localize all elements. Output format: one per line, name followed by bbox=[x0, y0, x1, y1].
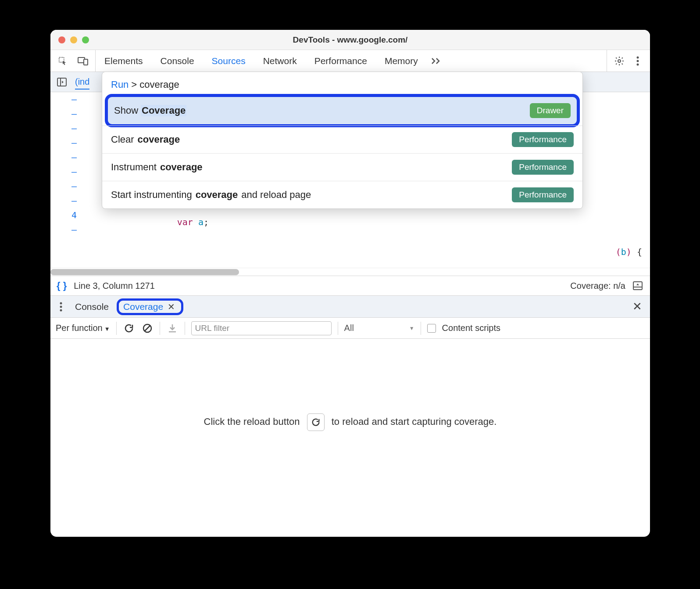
empty-text-pre: Click the reload button bbox=[204, 416, 300, 427]
separator bbox=[338, 322, 338, 335]
command-item-instrument-coverage[interactable]: Instrument coverage Performance bbox=[102, 153, 582, 181]
clear-icon[interactable] bbox=[141, 322, 154, 334]
content-scripts-checkbox[interactable] bbox=[427, 324, 436, 333]
url-filter-input[interactable]: URL filter bbox=[191, 321, 332, 335]
svg-point-6 bbox=[637, 63, 639, 65]
drawer-tab-coverage[interactable]: Coverage ✕ bbox=[117, 298, 183, 315]
command-list: Show Coverage Drawer Clear coverage Perf… bbox=[102, 94, 582, 208]
gutter-line-number: 4 bbox=[50, 208, 77, 223]
main-tabbar: Elements Console Sources Network Perform… bbox=[50, 50, 650, 72]
command-badge: Performance bbox=[512, 160, 574, 175]
command-badge: Performance bbox=[512, 187, 574, 202]
open-file-tab[interactable]: (ind bbox=[75, 77, 89, 90]
coverage-toolbar: Per function URL filter All ▼ Content sc… bbox=[50, 318, 650, 339]
drawer-tabbar: Console Coverage ✕ ✕ bbox=[50, 296, 650, 318]
command-query-prefix: > bbox=[131, 79, 137, 90]
tab-memory[interactable]: Memory bbox=[376, 50, 427, 72]
separator bbox=[160, 322, 160, 335]
svg-point-11 bbox=[60, 302, 62, 304]
gutter-fold: – bbox=[50, 223, 77, 237]
window-titlebar: DevTools - www.google.com/ bbox=[50, 30, 650, 50]
settings-gear-icon[interactable] bbox=[613, 55, 625, 67]
inspect-tools bbox=[50, 50, 96, 72]
drawer-tab-coverage-label: Coverage bbox=[123, 302, 163, 312]
command-query-input[interactable]: coverage bbox=[139, 79, 179, 90]
command-item-show-coverage[interactable]: Show Coverage Drawer bbox=[105, 94, 580, 127]
sidebar-toggle-icon[interactable] bbox=[632, 280, 644, 292]
tabs-overflow-button[interactable] bbox=[427, 57, 446, 65]
drawer-tab-console[interactable]: Console bbox=[71, 300, 112, 314]
window-zoom-button[interactable] bbox=[82, 36, 89, 43]
cmd-text-match: coverage bbox=[159, 162, 204, 173]
gutter-fold: – bbox=[50, 150, 77, 165]
editor-gutter: – – – – – – – – 4 – bbox=[50, 92, 82, 268]
gutter-fold: – bbox=[50, 179, 77, 194]
content-scripts-label: Content scripts bbox=[442, 323, 500, 333]
url-filter-placeholder: URL filter bbox=[195, 323, 229, 333]
tab-console[interactable]: Console bbox=[152, 50, 203, 72]
reload-icon[interactable] bbox=[123, 322, 135, 334]
code-keyword: var bbox=[177, 217, 193, 227]
gutter-fold: – bbox=[50, 107, 77, 121]
devtools-window: DevTools - www.google.com/ Elements Cons… bbox=[50, 30, 650, 537]
command-badge: Performance bbox=[512, 132, 574, 147]
command-badge: Drawer bbox=[530, 103, 571, 118]
navigator-toggle-icon[interactable] bbox=[56, 76, 68, 88]
separator bbox=[185, 322, 185, 335]
editor-status-bar: { } Line 3, Column 1271 Coverage: n/a bbox=[50, 276, 650, 296]
tab-elements[interactable]: Elements bbox=[96, 50, 152, 72]
tab-sources[interactable]: Sources bbox=[203, 50, 254, 72]
cmd-text-before: Start instrumenting bbox=[111, 189, 192, 201]
command-menu-header: Run >coverage bbox=[102, 72, 582, 96]
cmd-text-match: Coverage bbox=[141, 105, 186, 116]
svg-rect-2 bbox=[84, 59, 88, 65]
command-item-start-instrumenting[interactable]: Start instrumenting coverage and reload … bbox=[102, 181, 582, 208]
svg-line-15 bbox=[145, 326, 150, 331]
svg-rect-9 bbox=[633, 282, 642, 290]
separator bbox=[116, 322, 117, 335]
gutter-fold: – bbox=[50, 121, 77, 136]
empty-text-post: to reload and start capturing coverage. bbox=[332, 416, 497, 427]
reload-button-inline[interactable] bbox=[307, 413, 325, 431]
tab-network[interactable]: Network bbox=[254, 50, 306, 72]
drawer-kebab-icon[interactable] bbox=[55, 301, 67, 313]
svg-point-12 bbox=[60, 305, 62, 308]
cmd-text-before: Clear bbox=[111, 134, 134, 145]
svg-point-13 bbox=[60, 309, 62, 311]
close-icon[interactable]: ✕ bbox=[166, 302, 177, 312]
window-title: DevTools - www.google.com/ bbox=[50, 35, 650, 45]
cmd-text-match: coverage bbox=[137, 134, 181, 145]
command-menu: Run >coverage Show Coverage Drawer Clear… bbox=[102, 72, 583, 209]
inspect-element-icon[interactable] bbox=[57, 55, 69, 67]
coverage-empty-state: Click the reload button to reload and st… bbox=[50, 339, 650, 537]
cmd-text-after: and reload page bbox=[241, 189, 311, 201]
svg-point-3 bbox=[618, 60, 621, 62]
cmd-text-before: Instrument bbox=[111, 162, 157, 173]
horizontal-scrollbar[interactable] bbox=[50, 268, 650, 276]
gutter-fold: – bbox=[50, 194, 77, 208]
code-fragment: (b) { bbox=[616, 247, 642, 257]
device-toggle-icon[interactable] bbox=[77, 55, 89, 67]
separator bbox=[421, 322, 421, 335]
scrollbar-thumb[interactable] bbox=[50, 269, 239, 275]
tab-performance[interactable]: Performance bbox=[306, 50, 376, 72]
export-icon[interactable] bbox=[166, 322, 179, 334]
code-tail: ; bbox=[204, 217, 209, 227]
window-minimize-button[interactable] bbox=[70, 36, 77, 43]
window-close-button[interactable] bbox=[58, 36, 65, 43]
command-run-label: Run bbox=[111, 79, 129, 90]
type-filter-dropdown[interactable]: All ▼ bbox=[344, 323, 414, 333]
svg-point-5 bbox=[637, 60, 639, 62]
svg-point-4 bbox=[637, 56, 639, 58]
code-identifier: a bbox=[198, 217, 204, 227]
command-item-clear-coverage[interactable]: Clear coverage Performance bbox=[102, 126, 582, 153]
gutter-fold: – bbox=[50, 165, 77, 179]
cmd-text-match: coverage bbox=[195, 189, 239, 201]
cursor-position: Line 3, Column 1271 bbox=[74, 281, 155, 291]
kebab-menu-icon[interactable] bbox=[632, 55, 644, 67]
pretty-print-icon[interactable]: { } bbox=[57, 280, 67, 291]
granularity-dropdown[interactable]: Per function bbox=[56, 323, 110, 333]
gutter-fold: – bbox=[50, 136, 77, 150]
cmd-text-before: Show bbox=[114, 105, 138, 116]
drawer-close-icon[interactable]: ✕ bbox=[629, 300, 646, 313]
